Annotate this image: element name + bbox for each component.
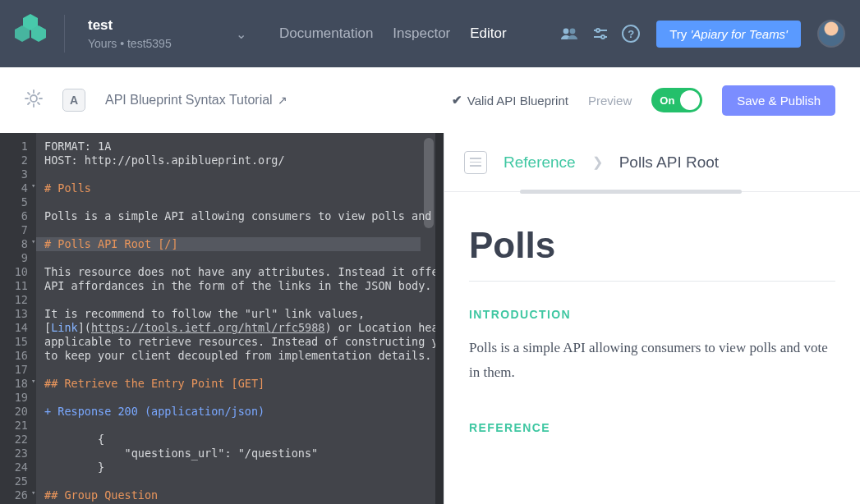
code-editor[interactable]: ▾ ▾ ▾ ▾ 12345678910111213141516171819202… [0, 133, 435, 504]
svg-line-11 [28, 93, 30, 94]
fold-marker-icon[interactable]: ▾ [31, 488, 35, 497]
user-avatar[interactable] [817, 20, 845, 48]
chevron-right-icon: ❯ [592, 154, 603, 170]
fold-marker-icon[interactable]: ▾ [31, 237, 35, 245]
nav-documentation[interactable]: Documentation [279, 25, 373, 42]
list-icon[interactable] [464, 151, 487, 174]
tutorial-link[interactable]: API Blueprint Syntax Tutorial↗ [105, 93, 287, 108]
fold-marker-icon[interactable]: ▾ [31, 181, 35, 190]
svg-point-0 [563, 29, 569, 34]
settings-icon[interactable] [591, 24, 610, 44]
theme-icon[interactable] [25, 89, 43, 111]
apiary-logo[interactable] [15, 18, 46, 49]
external-link-icon: ↗ [278, 94, 287, 107]
toggle-knob [680, 90, 700, 110]
introduction-text: Polls is a simple API allowing consumers… [469, 336, 835, 385]
divider [64, 15, 65, 53]
preview-heading: Polls [469, 225, 835, 266]
main-nav: Documentation Inspector Editor [279, 25, 507, 42]
fold-marker-icon[interactable]: ▾ [31, 377, 35, 385]
preview-pane: Reference ❯ Polls API Root Polls INTRODU… [444, 133, 860, 504]
preview-toggle[interactable]: On [651, 88, 702, 112]
section-introduction-label: INTRODUCTION [469, 308, 835, 321]
try-teams-button[interactable]: Try 'Apiary for Teams' [656, 21, 801, 48]
svg-point-4 [596, 29, 600, 32]
svg-line-12 [38, 103, 39, 104]
check-icon: ✔ [452, 93, 462, 108]
validation-status: ✔Valid API Blueprint [452, 93, 568, 108]
section-reference-label: REFERENCE [469, 421, 835, 434]
sub-bar: A API Blueprint Syntax Tutorial↗ ✔Valid … [0, 67, 860, 133]
project-title: test [88, 17, 228, 34]
pane-resize-handle[interactable] [435, 133, 444, 504]
save-publish-button[interactable]: Save & Publish [722, 85, 835, 116]
divider [469, 281, 835, 282]
svg-line-14 [38, 93, 39, 94]
svg-point-5 [601, 35, 605, 39]
format-badge[interactable]: A [62, 89, 85, 112]
breadcrumb-bar: Reference ❯ Polls API Root [444, 133, 860, 192]
nav-editor[interactable]: Editor [470, 25, 506, 42]
preview-body: Polls INTRODUCTION Polls is a simple API… [444, 192, 860, 449]
svg-line-13 [28, 103, 30, 104]
top-bar: test Yours • test5395 ⌄ Documentation In… [0, 0, 860, 67]
nav-inspector[interactable]: Inspector [393, 25, 450, 42]
preview-label: Preview [588, 94, 632, 108]
breadcrumb-reference[interactable]: Reference [504, 153, 576, 172]
team-icon[interactable] [559, 24, 579, 44]
svg-point-1 [570, 29, 576, 34]
breadcrumb-current: Polls API Root [619, 153, 719, 172]
code-content[interactable]: FORMAT: 1AHOST: http://polls.apiblueprin… [36, 133, 435, 504]
chevron-down-icon[interactable]: ⌄ [236, 26, 246, 42]
help-icon[interactable]: ? [622, 25, 640, 43]
svg-point-6 [30, 95, 37, 102]
project-subtitle: Yours • test5395 [88, 37, 228, 50]
breadcrumb-scrollbar[interactable] [520, 190, 742, 194]
main-area: ▾ ▾ ▾ ▾ 12345678910111213141516171819202… [0, 133, 860, 504]
project-selector[interactable]: test Yours • test5395 [88, 17, 228, 50]
